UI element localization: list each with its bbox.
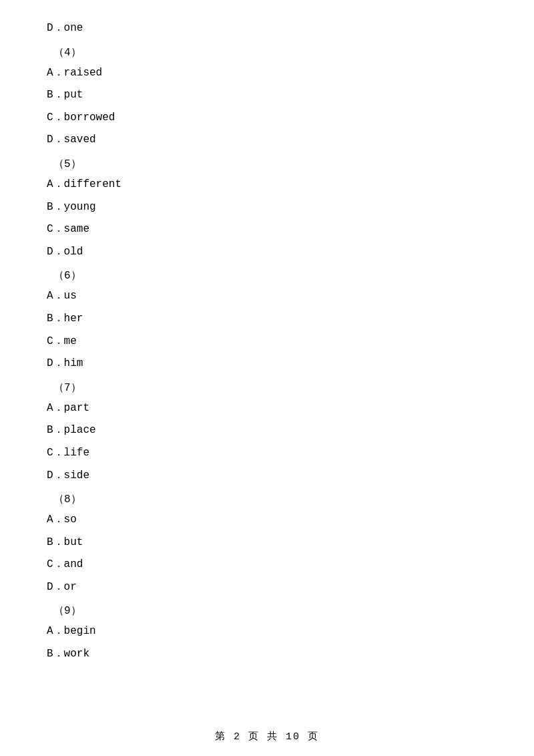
answer-option: C．borrowed: [47, 110, 487, 127]
main-content: D．one（4）A．raisedB．putC．borrowedD．saved（5…: [0, 0, 534, 709]
question-number: （8）: [53, 492, 487, 506]
answer-option: A．us: [47, 288, 487, 305]
answer-option: B．her: [47, 311, 487, 328]
answer-option: A．raised: [47, 65, 487, 82]
answer-option: B．work: [47, 646, 487, 663]
answer-option: B．place: [47, 422, 487, 439]
answer-option: D．one: [47, 20, 487, 37]
answer-option: C．life: [47, 445, 487, 462]
answer-option: D．him: [47, 355, 487, 373]
answer-option: B．but: [47, 534, 487, 552]
answer-option: D．or: [47, 579, 487, 596]
question-number: （4）: [53, 45, 487, 59]
answer-option: C．me: [47, 333, 487, 351]
answer-option: A．different: [47, 176, 487, 194]
footer-text: 第 2 页 共 10 页: [215, 731, 319, 743]
answer-option: C．same: [47, 221, 487, 238]
answer-option: A．part: [47, 400, 487, 417]
answer-option: C．and: [47, 556, 487, 574]
question-number: （7）: [53, 381, 487, 395]
answer-option: D．side: [47, 467, 487, 485]
answer-option: A．so: [47, 512, 487, 529]
answer-option: D．old: [47, 244, 487, 261]
answer-option: A．begin: [47, 623, 487, 640]
answer-option: B．young: [47, 199, 487, 216]
answer-option: D．saved: [47, 132, 487, 149]
question-number: （9）: [53, 604, 487, 618]
question-number: （5）: [53, 157, 487, 171]
answer-option: B．put: [47, 87, 487, 104]
page-footer: 第 2 页 共 10 页: [0, 730, 534, 743]
question-number: （6）: [53, 268, 487, 282]
